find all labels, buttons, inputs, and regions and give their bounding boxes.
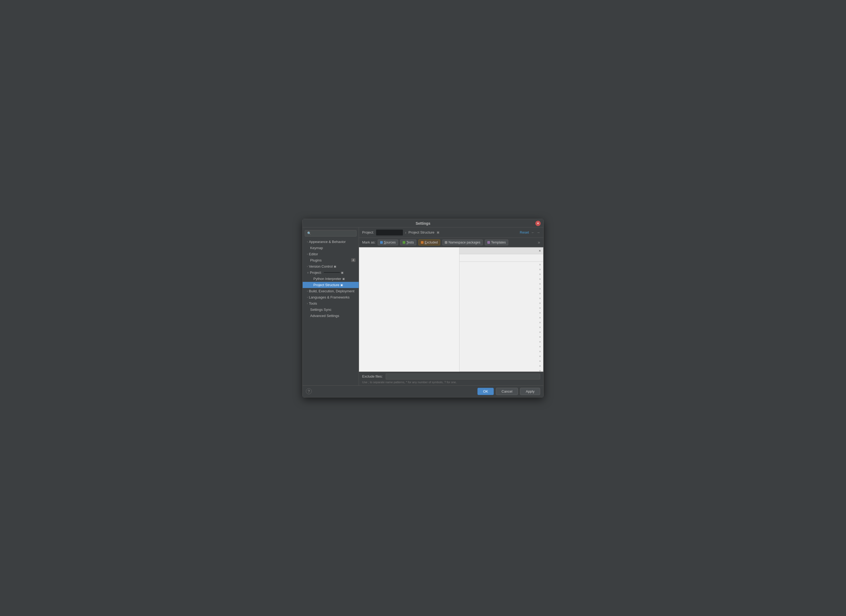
sidebar-item-languages[interactable]: › Languages & Frameworks xyxy=(303,294,359,300)
sidebar-item-project-structure[interactable]: Project Structure ▣ xyxy=(303,282,359,288)
chevron-icon: › xyxy=(307,240,308,243)
remove-excluded-button[interactable]: × xyxy=(539,369,541,371)
remove-excluded-button[interactable]: × xyxy=(539,263,541,266)
excluded-title: Excluded Folders xyxy=(479,254,543,262)
excluded-item: 0601_ × xyxy=(479,349,543,354)
apply-button[interactable]: Apply xyxy=(520,388,540,395)
remove-excluded-button[interactable]: × xyxy=(539,277,541,281)
remove-excluded-button[interactable]: × xyxy=(539,292,541,296)
remove-excluded-button[interactable]: × xyxy=(539,268,541,271)
project-name-box xyxy=(376,229,403,235)
sidebar-item-appearance[interactable]: › Appearance & Behavior xyxy=(303,239,359,245)
help-button[interactable]: ? xyxy=(306,388,312,394)
nav-back-button[interactable]: ← xyxy=(531,230,535,235)
excluded-item: 0607_ × xyxy=(479,364,543,369)
more-options-button[interactable]: » xyxy=(538,240,540,245)
excluded-item: featu × xyxy=(479,325,543,330)
close-button[interactable]: × xyxy=(535,221,540,226)
excluded-item: 0523_ × xyxy=(479,306,543,310)
excluded-list-scroll[interactable]: 0514_ × 0516_ × 0516_ × xyxy=(479,262,543,371)
popup-header: ... × xyxy=(479,247,543,254)
module-icon: ▣ xyxy=(334,265,336,268)
sidebar-item-version-control[interactable]: › Version Control ▣ xyxy=(303,263,359,269)
reset-button[interactable]: Reset xyxy=(520,230,529,234)
remove-excluded-button[interactable]: × xyxy=(539,359,541,363)
remove-excluded-button[interactable]: × xyxy=(539,306,541,310)
namespace-label: Namespace packages xyxy=(448,241,480,244)
remove-excluded-button[interactable]: × xyxy=(539,301,541,305)
sidebar-item-label: Advanced Settings xyxy=(310,314,339,318)
chevron-icon: › xyxy=(307,253,308,256)
remove-excluded-button[interactable]: × xyxy=(539,326,541,329)
project-label: Project: xyxy=(362,230,374,234)
remove-excluded-button[interactable]: × xyxy=(539,354,541,358)
sidebar-item-label: Project Structure xyxy=(313,283,339,287)
sidebar: › Appearance & Behavior Keymap › Editor … xyxy=(303,228,359,385)
mark-as-bar: Mark as: Sources Tests Excluded Namespac… xyxy=(359,238,543,247)
content-header: Project: › Project Structure ▣ Reset ← → xyxy=(359,228,543,238)
sidebar-item-build[interactable]: › Build, Execution, Deployment xyxy=(303,288,359,294)
remove-excluded-button[interactable]: × xyxy=(539,331,541,334)
excluded-item: 0602_ × xyxy=(479,359,543,364)
templates-label: Templates xyxy=(491,241,506,244)
sidebar-item-tools[interactable]: › Tools xyxy=(303,300,359,307)
sidebar-item-keymap[interactable]: Keymap xyxy=(303,245,359,251)
sidebar-item-label: Tools xyxy=(309,301,317,306)
mark-sources-button[interactable]: Sources xyxy=(378,240,398,246)
remove-excluded-button[interactable]: × xyxy=(539,272,541,276)
excluded-item: ... × xyxy=(479,344,543,349)
sources-dot xyxy=(380,241,383,244)
remove-excluded-button[interactable]: × xyxy=(539,340,541,344)
project-name-sidebar xyxy=(324,272,340,273)
popup-close-button[interactable]: × xyxy=(539,248,541,253)
breadcrumb-icon: ▣ xyxy=(437,231,439,234)
remove-excluded-button[interactable]: × xyxy=(539,364,541,368)
exclude-files-input[interactable] xyxy=(386,373,540,379)
chevron-icon: ∨ xyxy=(307,271,309,274)
cancel-button[interactable]: Cancel xyxy=(496,388,518,395)
sidebar-item-label: Plugins xyxy=(310,258,322,262)
remove-excluded-button[interactable]: × xyxy=(539,311,541,315)
sidebar-item-editor[interactable]: › Editor xyxy=(303,251,359,257)
excluded-item: 0523_ × xyxy=(479,296,543,301)
sidebar-item-label: Project: xyxy=(310,271,322,275)
excluded-item: outpu × xyxy=(479,330,543,335)
excluded-item: 0517_ × xyxy=(479,277,543,282)
excluded-item: ... × xyxy=(479,340,543,344)
nav-arrows: ← → xyxy=(531,230,540,235)
excluded-item: 0601_ × xyxy=(479,354,543,359)
sidebar-item-plugins[interactable]: Plugins 4 xyxy=(303,257,359,263)
sidebar-item-project[interactable]: ∨ Project: ▣ xyxy=(303,269,359,276)
mark-excluded-button[interactable]: Excluded xyxy=(419,240,440,246)
mark-templates-button[interactable]: Templates xyxy=(485,240,508,246)
search-input[interactable] xyxy=(305,230,357,237)
sidebar-item-advanced-settings[interactable]: Advanced Settings xyxy=(303,313,359,319)
sidebar-item-label: Languages & Frameworks xyxy=(309,295,350,299)
sidebar-item-label: Build, Execution, Deployment xyxy=(309,289,354,293)
nav-fwd-button[interactable]: → xyxy=(536,230,540,235)
excluded-item: 0514_ × xyxy=(479,262,543,267)
remove-excluded-button[interactable]: × xyxy=(539,282,541,286)
remove-excluded-button[interactable]: × xyxy=(539,316,541,320)
sidebar-item-label: Keymap xyxy=(310,246,323,250)
dialog-title: Settings xyxy=(416,221,430,225)
sidebar-item-python-interpreter[interactable]: Python Interpreter ▣ xyxy=(303,276,359,282)
sidebar-item-settings-sync[interactable]: Settings Sync xyxy=(303,307,359,313)
excluded-popup: ... × Excluded Folders 0514_ × 0516_ × xyxy=(479,247,543,372)
exclude-files-bar: Exclude files: Use ; to separate name pa… xyxy=(359,372,543,385)
remove-excluded-button[interactable]: × xyxy=(539,321,541,325)
mark-tests-button[interactable]: Tests xyxy=(400,240,416,246)
remove-excluded-button[interactable]: × xyxy=(539,350,541,353)
remove-excluded-button[interactable]: × xyxy=(539,335,541,339)
ok-button[interactable]: OK xyxy=(477,388,494,395)
bottom-bar: ? OK Cancel Apply xyxy=(303,385,543,397)
sidebar-item-label: Version Control xyxy=(309,265,333,268)
remove-excluded-button[interactable]: × xyxy=(539,287,541,291)
excluded-item: ... × xyxy=(479,287,543,291)
remove-excluded-button[interactable]: × xyxy=(539,345,541,348)
mark-namespace-button[interactable]: Namespace packages xyxy=(442,240,483,246)
remove-excluded-button[interactable]: × xyxy=(539,297,541,300)
excluded-item: 0516_ × xyxy=(479,267,543,272)
excluded-item: assets × xyxy=(479,320,543,325)
sidebar-item-label: Settings Sync xyxy=(310,307,332,312)
